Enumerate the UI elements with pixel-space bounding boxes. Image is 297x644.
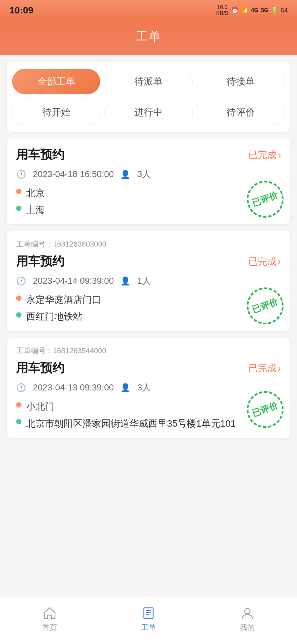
start-location-3: 小北门	[26, 400, 54, 413]
page-title: 工单	[0, 28, 297, 45]
people-icon-2: 👤	[120, 276, 130, 286]
filter-pending-accept[interactable]: 待接单	[197, 69, 285, 94]
stamp-1: 已评价	[247, 181, 284, 218]
stamp-circle-3: 已评价	[242, 386, 289, 433]
chevron-right-icon-2: ›	[278, 256, 281, 267]
alarm-icon: ⏰	[231, 7, 238, 14]
order-card-2[interactable]: 工单编号：1681263603000 用车预约 已完成 › 🕐 2023-04-…	[7, 231, 290, 331]
order-type-1: 用车预约	[16, 147, 64, 163]
clock-icon-1: 🕐	[16, 170, 26, 179]
chevron-right-icon-1: ›	[278, 150, 281, 160]
order-header-3: 用车预约 已完成 ›	[16, 360, 281, 376]
orders-list: 用车预约 已完成 › 🕐 2023-04-18 16:50:00 👤 3人 北京…	[0, 132, 297, 498]
order-status-3: 已完成 ›	[248, 362, 281, 375]
filter-pending-start[interactable]: 待开始	[12, 100, 100, 125]
status-time: 10:09	[9, 5, 34, 16]
order-meta-1: 🕐 2023-04-18 16:50:00 👤 3人	[16, 168, 281, 180]
nav-orders[interactable]: 工单	[99, 606, 198, 633]
end-dot-1	[16, 206, 21, 211]
wifi-icon: 📶	[241, 7, 248, 14]
orders-icon	[141, 606, 156, 621]
clock-icon-2: 🕐	[16, 276, 26, 286]
route-start-2: 永定华庭酒店门口	[16, 293, 281, 306]
order-datetime-1: 2023-04-18 16:50:00	[33, 169, 114, 179]
people-icon-1: 👤	[120, 170, 130, 179]
order-datetime-3: 2023-04-13 09:39:00	[33, 382, 114, 393]
svg-rect-0	[144, 608, 153, 619]
filter-all[interactable]: 全部工单	[12, 69, 100, 94]
signal-4g-icon: 4G	[251, 7, 258, 13]
order-header-1: 用车预约 已完成 ›	[16, 147, 281, 163]
stamp-text-3: 已评价	[251, 400, 280, 419]
people-icon-3: 👤	[120, 383, 130, 392]
stamp-circle-2: 已评价	[242, 282, 289, 330]
end-dot-3	[16, 419, 21, 424]
stamp-3: 已评价	[247, 391, 284, 428]
end-location-2: 西红门地铁站	[26, 310, 82, 323]
route-end-3: 北京市朝阳区潘家园街道华威西里35号楼1单元101	[16, 417, 281, 430]
order-meta-3: 🕐 2023-04-13 09:39:00 👤 3人	[16, 382, 281, 393]
home-icon	[42, 606, 57, 621]
route-end-1: 上海	[16, 204, 281, 216]
chevron-right-icon-3: ›	[278, 363, 281, 374]
end-dot-2	[16, 312, 21, 318]
order-people-3: 3人	[137, 382, 151, 393]
stamp-text-2: 已评价	[251, 296, 280, 315]
nav-profile[interactable]: 我的	[198, 606, 297, 633]
filter-row-2: 待开始 进行中 待评价	[12, 100, 285, 125]
signal-5g-icon: 5G	[261, 7, 268, 13]
end-location-1: 上海	[26, 204, 45, 216]
order-header-2: 用车预约 已完成 ›	[16, 253, 281, 270]
order-people-1: 3人	[137, 168, 151, 180]
order-number-2: 工单编号：1681263603000	[16, 239, 281, 249]
order-type-3: 用车预约	[16, 360, 64, 376]
route-start-1: 北京	[16, 187, 281, 200]
filter-section: 全部工单 待派单 待接单 待开始 进行中 待评价	[7, 62, 290, 132]
order-number-3: 工单编号：1681263544000	[16, 346, 281, 356]
filter-row-1: 全部工单 待派单 待接单	[12, 69, 285, 94]
profile-icon	[240, 606, 255, 621]
page-header: 工单	[0, 20, 297, 55]
route-start-3: 小北门	[16, 400, 281, 413]
start-dot-3	[16, 402, 21, 408]
battery-level: 54	[281, 7, 288, 14]
order-route-3: 小北门 北京市朝阳区潘家园街道华威西里35号楼1单元101	[16, 400, 281, 430]
stamp-text-1: 已评价	[251, 190, 280, 209]
route-end-2: 西红门地铁站	[16, 310, 281, 323]
start-dot-1	[16, 189, 21, 194]
nav-profile-label: 我的	[240, 623, 255, 633]
order-card-3[interactable]: 工单编号：1681263544000 用车预约 已完成 › 🕐 2023-04-…	[7, 338, 290, 438]
network-speed-icon: 16.0KB/S	[216, 4, 228, 16]
bottom-nav: 首页 工单 我的	[0, 597, 297, 644]
filter-in-progress[interactable]: 进行中	[104, 100, 192, 125]
order-datetime-2: 2023-04-14 09:39:00	[33, 276, 114, 286]
battery-icon: 🔋	[271, 7, 278, 14]
order-status-1: 已完成 ›	[248, 149, 281, 161]
end-location-3: 北京市朝阳区潘家园街道华威西里35号楼1单元101	[26, 417, 236, 430]
order-type-2: 用车预约	[16, 253, 64, 270]
order-status-2: 已完成 ›	[248, 255, 281, 268]
order-card-1[interactable]: 用车预约 已完成 › 🕐 2023-04-18 16:50:00 👤 3人 北京…	[7, 139, 290, 224]
start-location-1: 北京	[26, 187, 45, 200]
nav-orders-label: 工单	[141, 623, 156, 633]
filter-pending-review[interactable]: 待评价	[197, 100, 285, 125]
clock-icon-3: 🕐	[16, 383, 26, 392]
svg-point-4	[245, 608, 250, 614]
filter-pending-assign[interactable]: 待派单	[104, 69, 192, 94]
start-dot-2	[16, 296, 21, 301]
order-people-2: 1人	[137, 275, 151, 287]
nav-home[interactable]: 首页	[0, 606, 99, 633]
nav-home-label: 首页	[42, 623, 57, 633]
stamp-2: 已评价	[247, 287, 284, 324]
order-route-2: 永定华庭酒店门口 西红门地铁站	[16, 293, 281, 323]
stamp-circle-1: 已评价	[242, 176, 289, 223]
order-route-1: 北京 上海	[16, 187, 281, 216]
order-meta-2: 🕐 2023-04-14 09:39:00 👤 1人	[16, 275, 281, 287]
status-icons: 16.0KB/S ⏰ 📶 4G 5G 🔋 54	[216, 4, 288, 16]
status-bar: 10:09 16.0KB/S ⏰ 📶 4G 5G 🔋 54	[0, 0, 297, 20]
start-location-2: 永定华庭酒店门口	[26, 293, 101, 306]
